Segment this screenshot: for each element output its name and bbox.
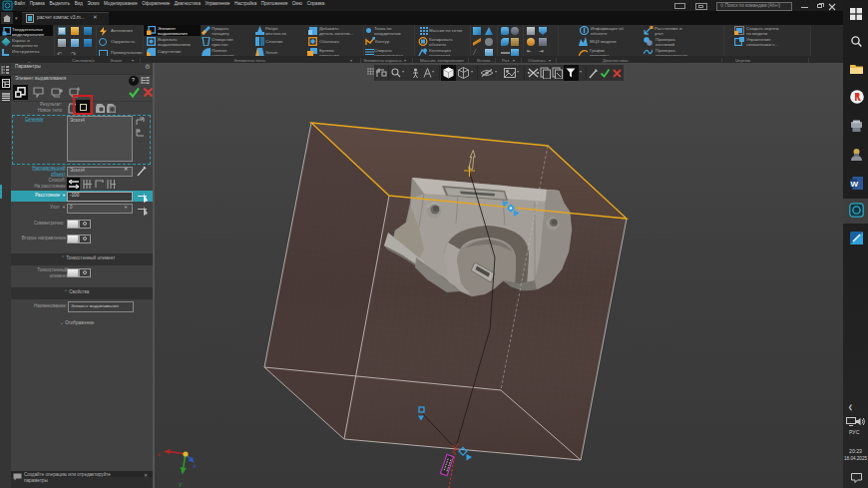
svg-text:W: W	[851, 180, 859, 189]
svg-text:y: y	[179, 481, 182, 487]
svg-text:x: x	[158, 451, 161, 457]
svg-text:z: z	[194, 463, 197, 469]
